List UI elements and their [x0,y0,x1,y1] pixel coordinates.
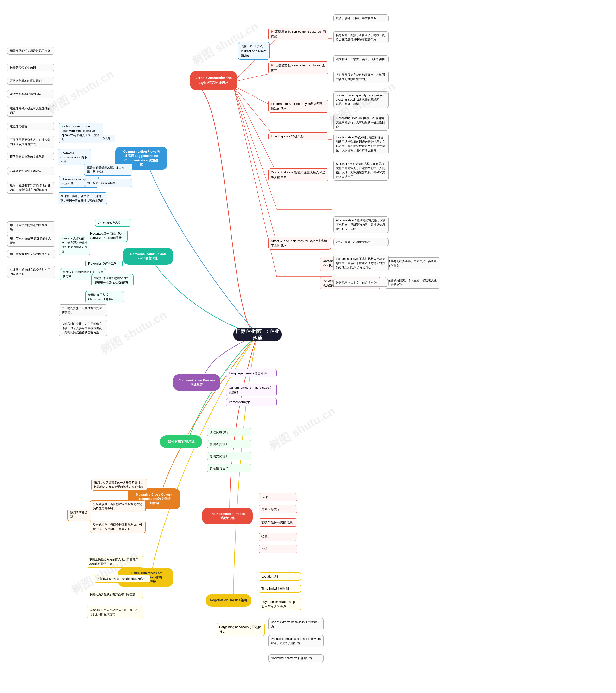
suggestion4: 说话之间要有明确的问题 [7,90,54,98]
kinesics-box: Eyecontact目光接触、Po sture姿态、Gestures手势 [86,230,128,242]
high-context-detail1: 埃及、沙特、日韩、中东和东亚 [333,15,389,22]
neg-tactics-node: Negotiation Tactics策略 [206,594,251,607]
kinesics-use1: 用于非常密集的通讯的承受效果， [7,221,55,233]
perception-box: Perception观念 [226,398,277,406]
high-context-label: ▶ 高语境文化High-conte xt cultures: 间接式 [271,30,326,38]
cult-diff-4: 认识到参与个人互动规范可能不同于不同于之间的互动规范 [86,606,143,618]
affective-detail: Affective style情感风格的特点是，演讲者求听众注意所说的内容，并根… [333,217,389,233]
cult-diff-2: 小心形成第一印象，稳健的形象的稳向 [94,575,150,582]
watermark-4: 树图 shutu.cn [266,403,338,454]
indirect-direct-box: 间接式和直接式 Indirect and Direct Styles [238,42,269,60]
elaborate-detail: Elaborating style 详细风格，在低语境文化中盛流行，具有适度的不… [333,114,389,131]
mind-map: 国际企业管理：企业沟通 Verbal CommunicationStyles语言… [0,0,616,693]
kinesics-use2: 用于与家人/亲密朋友交谈的个人距离， [7,235,55,246]
nonverbal-node: Nonverbal communication非语言沟通 [123,248,173,264]
distributive-neg: 分配式谈判，当目标对立的双方为设定的价值而竞争时 [90,500,146,512]
tactics-location: Location场地 [259,573,301,581]
lang-barriers-box: Language barriers语言障碍 [226,369,277,377]
chronemics-box: 使用时间的方式、Chronemics 时间学 [85,291,124,303]
cult-diff-1: 不要太快强迫对方的家文化、口音等严格依此可能不可靠 [86,556,143,568]
indirect-direct-label: 间接式和直接式 Indirect and Direct Styles [241,44,266,57]
verbal-node: Verbal CommunicationStyles语言沟通风格 [190,71,237,90]
affective-instrumental-box: Affective and Instrumen tal Styles情感和工具性… [268,237,331,250]
downward-comm-label: Downward Communicat ion向下沟通 [58,149,92,165]
promises-threats: Promises, threats and ot her behaviors承诺… [268,635,324,647]
contextual-detail: 通常与高权力距离、集体主义、高语境文化有关 [385,257,440,270]
suggestion10: 最后，通过要求对方简洁地所讲内容，来测试对方的理解程度 [7,182,54,194]
suggestion1: 用最常见的词，用最常见的含义 [7,47,54,55]
kinesics-use3: 用于大多数商业交易的社会距离 [7,250,55,258]
affective-detail2: 常见于集体、高语境文化中 [333,238,389,246]
negotiations-def: 谈判，指的是更多的一方进行价值讨，以达成各方都能接受的解决方案的过程 [92,479,147,491]
personal-detail: 在低权力距离、个人主义、低语境文化中更受欢迎。 [385,277,440,289]
effective-1: 改进反馈系统 [207,428,251,436]
upward-direction: 由下级向上级传递信息 [84,179,132,187]
verbal-label: Verbal CommunicationStyles语言沟通风格 [195,76,232,85]
succinct-detail: Succinct Styles简洁的风格，在高语境文化中更为常见，在这种文化中，… [333,160,389,181]
elaborate-succinct-box: Elaborate to Succinct St yles从详细到简洁的风格 [268,100,328,113]
suggestion6: 避免使用俚语 [7,123,54,131]
suggestion3: 严格遵守基本的语法规则 [7,77,54,85]
effective-2: 提供语言培训 [207,440,251,448]
svg-line-8 [233,86,277,173]
proxemics-box: Proxemics 空间关系学 [85,260,123,268]
chronemics-mono: 单一时间安排：以线性方式完成的事情， [59,304,107,316]
suggestion9: 不要转述和重复基本观点 [7,167,54,175]
nonverbal-behaviors: Nonverbal behaviors非语言行为 [268,654,324,662]
upward-culture: 在日本、香港、新加坡、亚洲国家，美国一直在呼吁加强向上沟通 [58,193,107,204]
suggestion7: 不要使用需要众多人心心理形象的词语或其他达方式 [7,136,54,148]
integrative-neg: 整合式谈判，当两个群体整合利益、创造价值，投资协时（双赢方案）。 [90,521,146,533]
neg-types-label: 谈判的两种类型 [68,509,92,521]
low-context-label: ▶ 低语境文化Low-contex t cultures: 直接式 [271,63,325,72]
process-3: 交换与任务有关的信息 [259,518,297,527]
low-context-detail1: 澳大利亚、加拿大、英国、瑞典和美国 [333,55,389,63]
process-4: 说服力 [259,533,297,541]
downward-detail1: •When communicating downward with nonnat… [59,123,103,143]
low-context-detail2: 人们往往只为完成目标而开会；在沟通中往往是直接和集中的。 [333,71,389,83]
instrumental-detail: Instrumental style 工具性风格以目标为导向的，重点在于发送者清… [333,255,389,271]
exacting-box: Exacting style 精确风格 [268,132,328,140]
bargaining-box: Bargaining behaviors讨价还价行为 [216,623,265,636]
comm-quantity-box: communication quantity—elaborating, exac… [333,92,389,108]
chromatics-box: Chromatics色彩学 [95,219,131,226]
effective-4: 灵活性与合作 [207,464,251,472]
proxemics-desc2: 通过肢体语言和物理空间的使用用手段进行意义的传递 [92,274,134,286]
center-node: 国际企业管理：企业沟通 [233,328,282,341]
neg-process-node: The Negotiation Process谈判过程 [202,508,253,524]
effective-node: 如何有效实现沟通 [160,435,202,448]
tactics-buyer-seller: Buyer-seller relationship 买方与卖方的关系 [259,598,301,611]
process-5: 协谈 [259,545,297,553]
process-2: 建立人际关系 [259,505,297,513]
nonverbal-label: Nonverbal communication非语言沟通 [130,252,166,260]
high-context-box: ▶ 高语境文化High-conte xt cultures: 间接式 [268,28,328,40]
suggestion2: 选择替代代义少的词 [7,64,54,72]
upward-goal: 主要目的是提供反馈、提出问题、获得帮助 [84,163,132,176]
extreme-behaviors: Use of extreme behavio rs使用极端行为 [268,618,324,630]
exacting-detail: Exacting style 精确风格，注重精确性和使用适当数量的词语来表达信息… [333,134,389,154]
kinesics-use4: 在细间内通道或在话交谈时使用的公共距离。 [7,266,55,278]
cultural-barriers-box: Cultural barriers in lang uage文化障碍 [226,384,277,396]
svg-line-6 [233,86,277,139]
effective-3: 提供文化培训 [207,452,251,460]
process-1: 成标 [259,493,297,501]
chronemics-poly: 多时段时间安排：人们同时做几件事，对个人参与的重视程度高于对时间完成任务的重视程… [59,320,107,336]
center-label: 国际企业管理：企业沟通 [236,328,279,341]
kinesics-label: Kinesics 人体动作学：研究通过身体动作和面部表情进行交流 [59,235,90,255]
cult-diff-3: 不要认为文化的所有方面都同等重要 [86,591,143,598]
suggestion5: 避免使用带来或成有文化偏见的词语 [7,105,54,117]
low-context-box: ▶ 低语境文化Low-contex t cultures: 直接式 [268,61,328,74]
high-context-detail2: 信息含蓄、间接；语言语调、时机、副语言在传递信息中起着重要作用。 [333,31,389,43]
contextual-personal-box: Contextual style 语境式注重说话人和当事人的关系 [268,169,328,181]
tactics-time: Time limits时间限制 [259,585,301,593]
neg-process-label: The Negotiation Process谈判过程 [210,512,245,520]
suggestion8: 模仿母语者道道的文化气息 [7,153,54,160]
watermark-3: 树图 shutu.cn [97,307,170,358]
instrumental-detail2: 较常见于个人主义、低语境文化中。 [333,279,389,287]
watermark-1: 树图 shutu.cn [44,67,117,117]
neg-tactics-label: Negotiation Tactics策略 [210,598,247,603]
effective-label: 如何有效实现沟通 [168,439,195,444]
barriers-label: Communication Barriers沟通障碍 [178,378,215,387]
barriers-node: Communication Barriers沟通障碍 [173,374,220,391]
